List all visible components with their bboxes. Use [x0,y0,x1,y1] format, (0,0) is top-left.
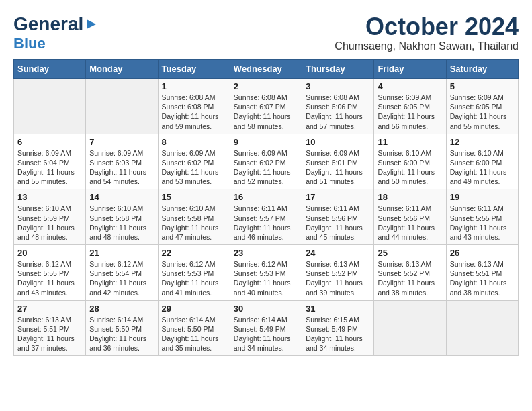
calendar-cell: 27Sunrise: 6:13 AM Sunset: 5:51 PM Dayli… [14,300,86,356]
calendar-cell: 28Sunrise: 6:14 AM Sunset: 5:50 PM Dayli… [86,300,158,356]
calendar-cell: 30Sunrise: 6:14 AM Sunset: 5:49 PM Dayli… [230,300,302,356]
day-number: 17 [306,192,370,202]
day-number: 3 [306,81,370,91]
day-number: 4 [378,81,442,91]
day-number: 7 [89,137,154,147]
calendar-cell: 2Sunrise: 6:08 AM Sunset: 6:07 PM Daylig… [230,79,302,134]
day-info: Sunrise: 6:09 AM Sunset: 6:02 PM Dayligh… [234,148,298,187]
day-number: 10 [306,137,370,147]
calendar-day-header: Friday [374,60,446,79]
calendar-day-header: Saturday [446,60,518,79]
day-info: Sunrise: 6:11 AM Sunset: 5:55 PM Dayligh… [450,203,515,242]
day-info: Sunrise: 6:09 AM Sunset: 6:02 PM Dayligh… [162,148,226,187]
day-number: 27 [17,304,82,314]
logo: General Blue [13,13,97,52]
day-number: 29 [162,304,226,314]
day-number: 20 [17,248,82,258]
day-info: Sunrise: 6:09 AM Sunset: 6:04 PM Dayligh… [17,148,82,187]
day-info: Sunrise: 6:13 AM Sunset: 5:52 PM Dayligh… [378,259,442,298]
day-number: 24 [306,248,370,258]
logo-blue-text: Blue [13,35,46,52]
calendar-week-row: 13Sunrise: 6:10 AM Sunset: 5:59 PM Dayli… [14,189,519,245]
day-number: 31 [306,304,370,314]
calendar-cell: 5Sunrise: 6:09 AM Sunset: 6:05 PM Daylig… [446,79,518,134]
calendar-cell: 9Sunrise: 6:09 AM Sunset: 6:02 PM Daylig… [230,134,302,189]
month-title: October 2024 [335,13,519,40]
calendar-cell: 14Sunrise: 6:10 AM Sunset: 5:58 PM Dayli… [86,189,158,245]
calendar-cell: 13Sunrise: 6:10 AM Sunset: 5:59 PM Dayli… [14,189,86,245]
day-info: Sunrise: 6:13 AM Sunset: 5:52 PM Dayligh… [306,259,370,298]
calendar-week-row: 1Sunrise: 6:08 AM Sunset: 6:08 PM Daylig… [14,79,519,134]
calendar-cell [14,79,86,134]
day-info: Sunrise: 6:14 AM Sunset: 5:50 PM Dayligh… [89,315,154,353]
day-info: Sunrise: 6:12 AM Sunset: 5:53 PM Dayligh… [234,259,298,298]
day-number: 2 [234,81,298,91]
day-number: 23 [234,248,298,258]
day-info: Sunrise: 6:08 AM Sunset: 6:08 PM Dayligh… [162,93,226,131]
day-number: 30 [234,304,298,314]
calendar-cell [374,300,446,356]
day-number: 16 [234,192,298,202]
day-number: 28 [89,304,154,314]
calendar-cell: 1Sunrise: 6:08 AM Sunset: 6:08 PM Daylig… [158,79,230,134]
page-header: General Blue October 2024 Chumsaeng, Nak… [13,13,519,52]
calendar-week-row: 6Sunrise: 6:09 AM Sunset: 6:04 PM Daylig… [14,134,519,189]
calendar-cell: 18Sunrise: 6:11 AM Sunset: 5:56 PM Dayli… [374,189,446,245]
location-text: Chumsaeng, Nakhon Sawan, Thailand [335,40,519,52]
calendar-day-header: Monday [86,60,158,79]
day-number: 1 [162,81,226,91]
day-number: 11 [378,137,442,147]
day-number: 25 [378,248,442,258]
calendar-cell: 8Sunrise: 6:09 AM Sunset: 6:02 PM Daylig… [158,134,230,189]
calendar-cell: 22Sunrise: 6:12 AM Sunset: 5:53 PM Dayli… [158,245,230,301]
calendar-cell: 10Sunrise: 6:09 AM Sunset: 6:01 PM Dayli… [302,134,374,189]
day-number: 18 [378,192,442,202]
calendar-cell: 4Sunrise: 6:09 AM Sunset: 6:05 PM Daylig… [374,79,446,134]
day-info: Sunrise: 6:10 AM Sunset: 5:59 PM Dayligh… [17,203,82,242]
calendar-cell: 24Sunrise: 6:13 AM Sunset: 5:52 PM Dayli… [302,245,374,301]
calendar-cell: 20Sunrise: 6:12 AM Sunset: 5:55 PM Dayli… [14,245,86,301]
calendar-day-header: Wednesday [230,60,302,79]
day-info: Sunrise: 6:15 AM Sunset: 5:49 PM Dayligh… [306,315,370,353]
day-info: Sunrise: 6:09 AM Sunset: 6:03 PM Dayligh… [89,148,154,187]
day-info: Sunrise: 6:10 AM Sunset: 6:00 PM Dayligh… [450,148,515,187]
calendar-day-header: Thursday [302,60,374,79]
calendar-cell: 29Sunrise: 6:14 AM Sunset: 5:50 PM Dayli… [158,300,230,356]
calendar-cell: 25Sunrise: 6:13 AM Sunset: 5:52 PM Dayli… [374,245,446,301]
calendar-cell: 19Sunrise: 6:11 AM Sunset: 5:55 PM Dayli… [446,189,518,245]
calendar-cell: 6Sunrise: 6:09 AM Sunset: 6:04 PM Daylig… [14,134,86,189]
day-info: Sunrise: 6:13 AM Sunset: 5:51 PM Dayligh… [450,259,515,298]
calendar-cell: 31Sunrise: 6:15 AM Sunset: 5:49 PM Dayli… [302,300,374,356]
logo-arrow-icon [85,18,97,33]
day-number: 12 [450,137,515,147]
day-info: Sunrise: 6:12 AM Sunset: 5:55 PM Dayligh… [17,259,82,298]
day-info: Sunrise: 6:11 AM Sunset: 5:56 PM Dayligh… [306,203,370,242]
calendar-cell: 12Sunrise: 6:10 AM Sunset: 6:00 PM Dayli… [446,134,518,189]
calendar-day-header: Tuesday [158,60,230,79]
day-info: Sunrise: 6:14 AM Sunset: 5:49 PM Dayligh… [234,315,298,353]
calendar-cell: 21Sunrise: 6:12 AM Sunset: 5:54 PM Dayli… [86,245,158,301]
day-number: 21 [89,248,154,258]
day-number: 19 [450,192,515,202]
day-number: 15 [162,192,226,202]
calendar-day-header: Sunday [14,60,86,79]
calendar-cell: 26Sunrise: 6:13 AM Sunset: 5:51 PM Dayli… [446,245,518,301]
day-number: 6 [17,137,82,147]
day-number: 14 [89,192,154,202]
title-section: October 2024 Chumsaeng, Nakhon Sawan, Th… [335,13,519,52]
day-number: 8 [162,137,226,147]
calendar-cell: 23Sunrise: 6:12 AM Sunset: 5:53 PM Dayli… [230,245,302,301]
calendar-cell [446,300,518,356]
day-number: 5 [450,81,515,91]
day-info: Sunrise: 6:09 AM Sunset: 6:05 PM Dayligh… [450,93,515,131]
day-info: Sunrise: 6:09 AM Sunset: 6:01 PM Dayligh… [306,148,370,187]
calendar-cell: 3Sunrise: 6:08 AM Sunset: 6:06 PM Daylig… [302,79,374,134]
day-info: Sunrise: 6:10 AM Sunset: 5:58 PM Dayligh… [89,203,154,242]
day-info: Sunrise: 6:11 AM Sunset: 5:57 PM Dayligh… [234,203,298,242]
day-info: Sunrise: 6:12 AM Sunset: 5:53 PM Dayligh… [162,259,226,298]
calendar-cell: 11Sunrise: 6:10 AM Sunset: 6:00 PM Dayli… [374,134,446,189]
day-info: Sunrise: 6:13 AM Sunset: 5:51 PM Dayligh… [17,315,82,353]
day-info: Sunrise: 6:12 AM Sunset: 5:54 PM Dayligh… [89,259,154,298]
day-info: Sunrise: 6:08 AM Sunset: 6:07 PM Dayligh… [234,93,298,131]
day-info: Sunrise: 6:10 AM Sunset: 6:00 PM Dayligh… [378,148,442,187]
